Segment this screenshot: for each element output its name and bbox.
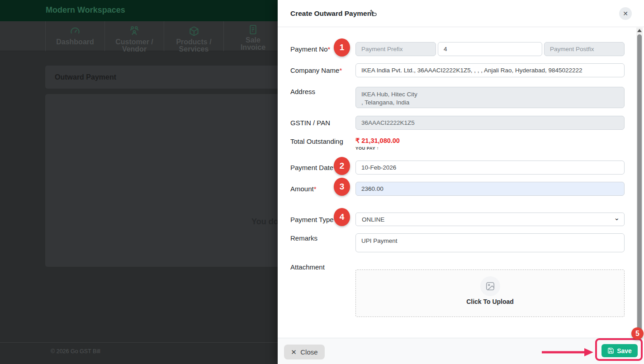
modal-header: Create Outward Payment ✕ xyxy=(278,0,644,27)
step-badge-3: 3 xyxy=(334,178,350,196)
amount-input[interactable] xyxy=(355,182,625,196)
payment-type-label: Payment Type* xyxy=(290,216,336,223)
close-icon[interactable]: ✕ xyxy=(619,7,632,20)
modal-title: Create Outward Payment xyxy=(290,9,374,18)
attachment-row: Attachment Click To Upload xyxy=(278,262,644,317)
nav-tab-label: Customer / Vendor xyxy=(105,38,164,53)
company-name-row: Company Name* xyxy=(278,63,644,77)
create-again-icon[interactable] xyxy=(369,9,377,17)
gstin-label: GSTIN / PAN xyxy=(290,119,330,127)
create-outward-payment-modal: Create Outward Payment ✕ Payment No* Com… xyxy=(278,0,644,364)
gstin-input xyxy=(355,116,625,130)
upload-text: Click To Upload xyxy=(356,298,624,305)
company-name-input[interactable] xyxy=(355,63,625,77)
payment-type-row: Payment Type* ONLINE ⌄ xyxy=(278,213,644,226)
payment-postfix-input xyxy=(544,42,625,56)
nav-tab-dashboard: Dashboard xyxy=(45,21,104,51)
attachment-upload-dropzone[interactable]: Click To Upload xyxy=(355,269,625,317)
payment-no-row: Payment No* xyxy=(278,42,644,56)
payment-number-input[interactable] xyxy=(438,42,542,56)
company-name-label: Company Name* xyxy=(290,66,342,74)
remarks-row: Remarks UPI Payment xyxy=(278,233,644,252)
modal-body: Payment No* Company Name* Address IKEA H… xyxy=(278,27,644,338)
gauge-icon xyxy=(69,25,81,37)
total-outstanding-label: Total Outstanding xyxy=(290,137,343,145)
total-outstanding-amount: ₹ 21,31,080.00 xyxy=(355,137,400,144)
nav-tab-label: Sale Invoice xyxy=(237,37,270,51)
screen: Modern Workspaces Dashboard Customer / V… xyxy=(0,0,644,364)
upload-icon-circle xyxy=(480,276,500,296)
nav-tab-products-services: Products / Services xyxy=(164,21,223,51)
address-row: Address IKEA Hub, Hitec City , Telangana… xyxy=(278,87,644,108)
users-icon xyxy=(128,25,140,37)
nav-tab-customer-vendor: Customer / Vendor xyxy=(104,21,164,51)
page-title: Outward Payment xyxy=(55,73,116,81)
nav-tab-label: Dashboard xyxy=(56,38,94,46)
app-title: Modern Workspaces xyxy=(46,5,125,15)
modal-scrollbar[interactable] xyxy=(636,28,643,338)
payment-type-value: ONLINE xyxy=(362,216,384,223)
nav-tab-label: Products / Services xyxy=(164,38,223,53)
address-label: Address xyxy=(290,88,315,95)
step-badge-4: 4 xyxy=(334,208,350,226)
scrollbar-thumb[interactable] xyxy=(637,34,642,336)
attachment-label: Attachment xyxy=(290,263,325,271)
payment-date-label: Payment Date* xyxy=(290,164,336,171)
address-textarea: IKEA Hub, Hitec City , Telangana, India xyxy=(355,87,625,108)
image-icon xyxy=(485,281,495,291)
step-badge-5: 5 xyxy=(631,327,644,340)
step-badge-1: 1 xyxy=(334,38,350,57)
gstin-row: GSTIN / PAN xyxy=(278,116,644,130)
total-outstanding-row: Total Outstanding ₹ 21,31,080.00 YOU PAY… xyxy=(278,137,644,152)
nav-tab-sale-invoice: Sale Invoice xyxy=(223,21,283,51)
payment-date-row: Payment Date* xyxy=(278,161,644,175)
payment-prefix-input xyxy=(355,42,436,56)
remarks-label: Remarks xyxy=(290,234,317,242)
chevron-down-icon: ⌄ xyxy=(614,214,620,222)
payment-no-label: Payment No* xyxy=(290,45,330,53)
payment-type-select[interactable]: ONLINE ⌄ xyxy=(355,213,625,226)
copyright-text: © 2026 Go GST Bill xyxy=(51,348,100,355)
cancel-button[interactable]: ✕ Close xyxy=(284,345,325,359)
step-badge-2: 2 xyxy=(334,157,350,175)
payment-date-input[interactable] xyxy=(355,161,625,175)
amount-row: Amount* xyxy=(278,182,644,196)
invoice-icon xyxy=(247,24,259,35)
you-pay-caption: YOU PAY ↑ xyxy=(355,146,379,151)
amount-label: Amount* xyxy=(290,185,317,193)
save-annotation-outline xyxy=(595,338,643,361)
footer-divider xyxy=(0,342,278,343)
remarks-textarea[interactable]: UPI Payment xyxy=(355,233,625,252)
scrollbar-up-arrow-icon[interactable] xyxy=(637,29,642,32)
package-icon xyxy=(188,25,200,37)
annotation-arrow-icon xyxy=(541,347,594,357)
